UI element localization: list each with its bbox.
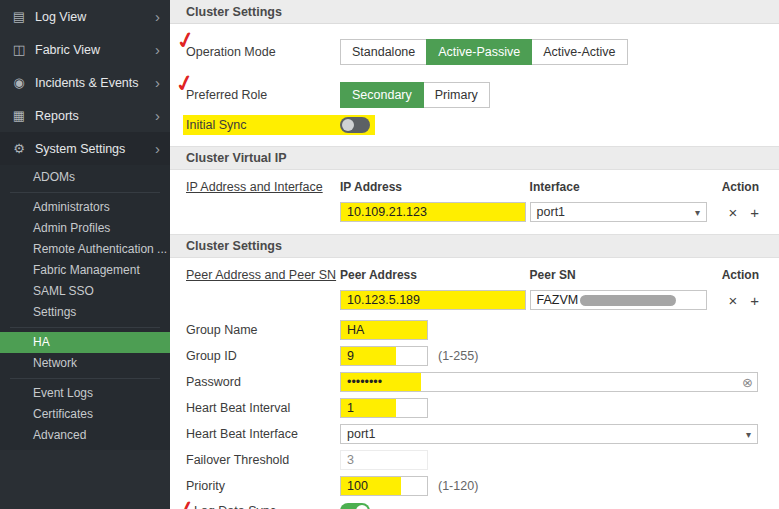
- preferred-role-segmented: Secondary Primary: [340, 82, 490, 108]
- heart-beat-interface-value: port1: [347, 427, 376, 441]
- sidebar-item-network[interactable]: Network: [0, 353, 170, 374]
- redaction-blur: [580, 295, 676, 306]
- priority-label: Priority: [186, 479, 340, 493]
- sidebar-item-label: Log View: [35, 10, 86, 24]
- sidebar-item-admin-profiles[interactable]: Admin Profiles: [0, 218, 170, 239]
- initial-sync-label: Initial Sync: [186, 118, 340, 132]
- sidebar-item-reports[interactable]: ▦ Reports ›: [0, 99, 170, 132]
- group-name-row: Group Name: [170, 318, 779, 342]
- chevron-down-icon: ▾: [695, 207, 700, 218]
- group-id-range-hint: (1-255): [438, 349, 478, 363]
- peer-sn-input[interactable]: FAZVM: [530, 290, 708, 310]
- operation-mode-label: Operation Mode: [186, 45, 340, 59]
- group-id-row: Group ID (1-255): [170, 344, 779, 368]
- log-data-sync-toggle[interactable]: [340, 503, 370, 509]
- group-name-label: Group Name: [186, 323, 340, 337]
- initial-sync-toggle[interactable]: [340, 117, 370, 133]
- interface-column-header: Interface: [530, 180, 708, 194]
- peer-address-column-header: Peer Address: [340, 268, 526, 282]
- chevron-right-icon: ›: [155, 141, 160, 156]
- priority-row: Priority (1-120): [170, 474, 779, 498]
- sidebar-item-advanced[interactable]: Advanced: [0, 425, 170, 446]
- group-id-label: Group ID: [186, 349, 340, 363]
- sidebar-item-incidents-events[interactable]: ◉ Incidents & Events ›: [0, 66, 170, 99]
- failover-threshold-input: [340, 450, 428, 470]
- sidebar-item-saml-sso[interactable]: SAML SSO: [0, 281, 170, 302]
- ip-address-input[interactable]: [340, 202, 526, 222]
- add-row-button[interactable]: +: [750, 205, 759, 220]
- log-view-icon: ▤: [10, 9, 28, 24]
- incidents-icon: ◉: [10, 75, 28, 90]
- heart-beat-interface-select[interactable]: port1 ▾: [340, 424, 758, 444]
- sidebar-item-event-logs[interactable]: Event Logs: [0, 383, 170, 404]
- sidebar-divider: [10, 192, 160, 193]
- section-cluster-settings: Cluster Settings: [170, 234, 779, 258]
- interface-select[interactable]: port1 ▾: [530, 202, 708, 222]
- priority-input[interactable]: [340, 476, 428, 496]
- sidebar-item-settings[interactable]: Settings: [0, 302, 170, 323]
- failover-threshold-row: Failover Threshold: [170, 448, 779, 472]
- operation-mode-active-active-button[interactable]: Active-Active: [531, 39, 627, 65]
- ip-address-column-header: IP Address: [340, 180, 526, 194]
- page-title: Cluster Settings: [170, 0, 779, 24]
- sidebar-item-label: Fabric View: [35, 43, 100, 57]
- chevron-down-icon: ▾: [746, 429, 751, 440]
- clear-password-icon[interactable]: ⊗: [742, 376, 753, 389]
- sidebar-item-adoms[interactable]: ADOMs: [0, 167, 170, 188]
- operation-mode-standalone-button[interactable]: Standalone: [340, 39, 427, 65]
- fabric-view-icon: ◫: [10, 42, 28, 57]
- app-window: ▤ Log View › ◫ Fabric View › ◉ Incidents…: [0, 0, 779, 509]
- sidebar-divider: [10, 378, 160, 379]
- password-label: Password: [186, 375, 340, 389]
- interface-select-value: port1: [537, 205, 566, 219]
- heart-beat-interface-row: Heart Beat Interface port1 ▾: [170, 422, 779, 446]
- preferred-role-primary-button[interactable]: Primary: [423, 82, 490, 108]
- reports-icon: ▦: [10, 108, 28, 123]
- operation-mode-active-passive-button[interactable]: Active-Passive: [426, 39, 532, 65]
- sidebar-item-fabric-view[interactable]: ◫ Fabric View ›: [0, 33, 170, 66]
- sidebar: ▤ Log View › ◫ Fabric View › ◉ Incidents…: [0, 0, 170, 509]
- password-field-wrap: ⊗: [340, 372, 758, 392]
- group-name-input[interactable]: [340, 320, 428, 340]
- action-column-header: Action: [707, 268, 759, 282]
- sidebar-item-system-settings[interactable]: ⚙ System Settings ›: [0, 132, 170, 165]
- toggle-knob: [342, 119, 354, 131]
- log-data-sync-label: Log Data Sync: [186, 504, 340, 509]
- peer-address-input[interactable]: [340, 290, 526, 310]
- sidebar-item-certificates[interactable]: Certificates: [0, 404, 170, 425]
- sidebar-item-log-view[interactable]: ▤ Log View ›: [0, 0, 170, 33]
- password-input[interactable]: [340, 372, 758, 392]
- chevron-right-icon: ›: [155, 9, 160, 24]
- ip-table-header-row: IP Address and Interface IP Address Inte…: [170, 178, 779, 196]
- preferred-role-secondary-button[interactable]: Secondary: [340, 82, 424, 108]
- ip-table-input-row: port1 ▾ × +: [170, 200, 779, 224]
- system-settings-submenu: ADOMs Administrators Admin Profiles Remo…: [0, 165, 170, 450]
- sidebar-divider: [10, 327, 160, 328]
- chevron-right-icon: ›: [155, 42, 160, 57]
- sidebar-item-label: Incidents & Events: [35, 76, 139, 90]
- sidebar-item-administrators[interactable]: Administrators: [0, 197, 170, 218]
- operation-mode-row: ✓ Operation Mode Standalone Active-Passi…: [170, 37, 779, 67]
- add-row-button[interactable]: +: [750, 293, 759, 308]
- failover-threshold-label: Failover Threshold: [186, 453, 340, 467]
- sidebar-item-remote-authentication[interactable]: Remote Authentication ...: [0, 239, 170, 260]
- sidebar-item-ha[interactable]: HA: [0, 332, 170, 353]
- remove-row-button[interactable]: ×: [728, 293, 737, 308]
- gear-icon: ⚙: [10, 141, 28, 156]
- group-id-input[interactable]: [340, 346, 428, 366]
- heart-beat-interval-input[interactable]: [340, 398, 428, 418]
- main-content: Cluster Settings ✓ Operation Mode Standa…: [170, 0, 779, 509]
- remove-row-button[interactable]: ×: [728, 205, 737, 220]
- ip-address-and-interface-label: IP Address and Interface: [186, 180, 340, 194]
- peer-sn-value: FAZVM: [537, 293, 579, 307]
- sidebar-item-label: Reports: [35, 109, 79, 123]
- preferred-role-row: ✓ Preferred Role Secondary Primary: [170, 80, 779, 110]
- chevron-right-icon: ›: [155, 75, 160, 90]
- sidebar-item-fabric-management[interactable]: Fabric Management: [0, 260, 170, 281]
- preferred-role-label: Preferred Role: [186, 88, 340, 102]
- peer-table-header-row: Peer Address and Peer SN Peer Address Pe…: [170, 266, 779, 284]
- peer-sn-column-header: Peer SN: [530, 268, 708, 282]
- section-cluster-virtual-ip: Cluster Virtual IP: [170, 146, 779, 170]
- log-data-sync-row: ✓ Log Data Sync: [170, 500, 779, 509]
- operation-mode-segmented: Standalone Active-Passive Active-Active: [340, 39, 628, 65]
